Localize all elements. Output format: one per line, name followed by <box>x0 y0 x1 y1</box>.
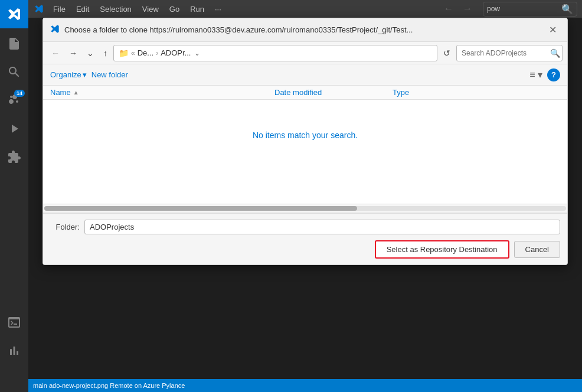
vscode-logo[interactable] <box>0 0 28 28</box>
path-separator-1: « <box>131 49 135 57</box>
help-button[interactable]: ? <box>547 68 560 81</box>
folder-label: Folder: <box>50 223 80 231</box>
activity-bar-top: 14 <box>0 0 28 171</box>
dialog-vscode-icon <box>50 24 60 36</box>
col-name-header[interactable]: Name ▲ <box>50 88 274 97</box>
col-sort-arrow-icon: ▲ <box>73 89 79 96</box>
dialog-toolbar: ← → ⌄ ↑ 📁 « De... › ADOPr... ⌄ ↺ <box>43 42 567 64</box>
path-part-2[interactable]: ADOPr... <box>161 48 191 57</box>
terminal-icon[interactable] <box>0 308 28 337</box>
col-date-header[interactable]: Date modified <box>274 88 393 97</box>
dialog-nav-up[interactable]: ↑ <box>100 46 111 60</box>
dialog-refresh-button[interactable]: ↺ <box>440 46 454 60</box>
cancel-button[interactable]: Cancel <box>514 241 560 258</box>
select-repository-destination-button[interactable]: Select as Repository Destination <box>375 240 509 259</box>
dialog-titlebar: Choose a folder to clone https://ruiroma… <box>43 18 567 42</box>
organize-arrow-icon: ▾ <box>83 70 87 79</box>
source-control-icon[interactable]: 14 <box>0 86 28 115</box>
empty-message: No items match your search. <box>43 100 567 171</box>
folder-row: Folder: <box>50 220 560 234</box>
path-dropdown-button[interactable]: ⌄ <box>193 49 201 57</box>
organize-button[interactable]: Organize ▾ <box>50 70 87 79</box>
dialog-close-button[interactable]: ✕ <box>545 23 560 37</box>
view-icon: ≡ <box>529 70 535 80</box>
source-control-badge: 14 <box>14 90 25 97</box>
clone-folder-dialog: Choose a folder to clone https://ruiroma… <box>42 18 568 265</box>
dialog-nav-forward[interactable]: → <box>66 46 81 60</box>
charts-icon[interactable] <box>0 337 28 365</box>
content-toolbar: Organize ▾ New folder ≡ ▾ ? <box>43 64 567 86</box>
dialog-search-area[interactable]: 🔍 <box>456 45 563 61</box>
horizontal-scrollbar[interactable] <box>43 204 567 213</box>
explorer-icon[interactable] <box>0 30 28 58</box>
organize-label: Organize <box>50 70 81 79</box>
scrollbar-thumb[interactable] <box>44 206 357 211</box>
dialog-nav-down[interactable]: ⌄ <box>83 46 97 60</box>
view-options: ≡ ▾ ? <box>527 68 560 81</box>
search-icon[interactable] <box>0 58 28 86</box>
new-folder-button[interactable]: New folder <box>91 70 128 79</box>
col-name-label: Name <box>50 88 71 97</box>
activity-bar: 14 <box>0 0 28 392</box>
run-debug-icon[interactable] <box>0 115 28 143</box>
dialog-nav-back[interactable]: ← <box>48 46 63 60</box>
button-row: Select as Repository Destination Cancel <box>50 240 560 259</box>
dialog-search-icon-button[interactable]: 🔍 <box>550 48 560 58</box>
folder-input[interactable] <box>84 220 560 234</box>
dialog-title: Choose a folder to clone https://ruiroma… <box>64 25 545 34</box>
file-list: Name ▲ Date modified Type No items match… <box>43 86 567 204</box>
view-toggle-button[interactable]: ≡ ▾ <box>527 68 545 81</box>
col-type-header[interactable]: Type <box>393 88 560 97</box>
scrollbar-track[interactable] <box>44 206 566 211</box>
dialog-search-input[interactable] <box>462 49 550 57</box>
dialog-footer: Folder: Select as Repository Destination… <box>43 213 567 264</box>
path-arrow: › <box>156 49 158 57</box>
view-arrow-icon: ▾ <box>538 70 542 80</box>
extensions-icon[interactable] <box>0 143 28 171</box>
file-list-header: Name ▲ Date modified Type <box>43 86 567 100</box>
path-folder-icon: 📁 <box>119 48 129 58</box>
path-part-1[interactable]: De... <box>138 48 153 57</box>
main-content: File Edit Selection View Go Run ··· ← → … <box>28 0 582 392</box>
dialog-overlay: Choose a folder to clone https://ruiroma… <box>28 0 582 392</box>
dialog-path-bar: 📁 « De... › ADOPr... ⌄ <box>113 45 437 61</box>
